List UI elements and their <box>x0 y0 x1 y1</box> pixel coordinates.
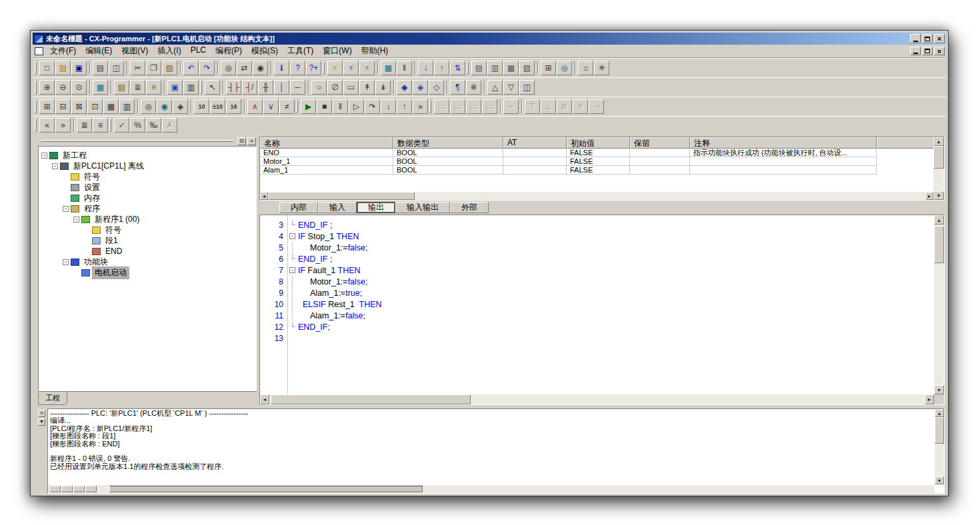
column-header-datatype[interactable]: 数据类型 <box>393 137 503 149</box>
scroll-down-arrow[interactable]: ▼ <box>933 191 944 200</box>
new-file-button[interactable]: □ <box>39 61 55 75</box>
diagram-view-button[interactable]: ▣ <box>167 80 183 95</box>
editor-vscrollbar[interactable]: ▲ ▼ <box>934 215 944 394</box>
toolbar-grip[interactable] <box>200 81 202 94</box>
scroll-left-arrow[interactable]: ◄ <box>260 394 269 404</box>
paste-button[interactable]: ▧ <box>162 61 177 75</box>
mdi-restore-button[interactable] <box>922 47 933 55</box>
st-zoom-in-button[interactable]: % <box>130 118 145 133</box>
toolbar-grip[interactable] <box>35 100 37 113</box>
mdi-close-button[interactable]: × <box>934 47 945 55</box>
run-button[interactable]: ▶ <box>301 99 316 114</box>
menu-item-7[interactable]: 工具(T) <box>283 45 318 57</box>
scroll-thumb[interactable] <box>268 192 415 200</box>
scroll-up-arrow[interactable]: ▲ <box>933 137 944 146</box>
code-line-10[interactable]: 10ELSIF Rest_1 THEN <box>260 298 934 310</box>
column-header-name[interactable]: 名称 <box>260 137 393 149</box>
toolbar-grip[interactable] <box>35 119 37 132</box>
differential-up-button[interactable]: △ <box>487 80 503 95</box>
new-plc-instruction-button[interactable]: ▭ <box>343 80 359 95</box>
cell-retain[interactable] <box>630 149 690 157</box>
output-pin-button[interactable]: ▾ <box>38 418 45 426</box>
tab-input[interactable]: 输入 <box>318 202 357 213</box>
scroll-right-arrow[interactable]: ► <box>925 394 934 404</box>
options-button[interactable]: ✳ <box>594 61 609 75</box>
expand-toggle[interactable]: - <box>41 153 47 159</box>
replace-button[interactable]: ⇄ <box>237 61 252 75</box>
indent-button[interactable]: » <box>55 118 71 133</box>
cell-initial[interactable]: FALSE <box>567 149 630 157</box>
tab-input-output[interactable]: 输入输出 <box>395 202 450 213</box>
code-line-12[interactable]: 12└END_IF; <box>260 321 934 332</box>
fb-io-parameter-button[interactable]: ◈ <box>413 80 428 95</box>
toggle-project-window-button[interactable]: ⊞ <box>39 99 55 114</box>
cell-retain[interactable] <box>630 166 690 175</box>
run-to-cursor-button[interactable]: » <box>413 99 428 114</box>
code-line-13[interactable]: 13 <box>260 332 934 344</box>
tree-item-symbols-global[interactable]: 符号 <box>39 171 256 182</box>
tree-item-section1[interactable]: 段1 <box>39 235 256 246</box>
simulator-online-button[interactable]: ⚡ <box>359 61 375 75</box>
toggle-cross-ref-window-button[interactable]: ⊡ <box>87 99 103 114</box>
tab-internal[interactable]: 内部 <box>279 202 318 213</box>
copy-button[interactable]: ❐ <box>146 61 161 75</box>
rung-comment-button[interactable]: ¶ <box>450 80 465 95</box>
outdent-button[interactable]: « <box>39 118 55 133</box>
new-or-contact-button[interactable]: ╫ <box>258 80 273 95</box>
variable-row-Motor_1[interactable]: Motor_1BOOLFALSE <box>260 157 933 166</box>
code-line-4[interactable]: 4-IF Stop_1 THEN <box>260 231 934 242</box>
redo-button[interactable]: ↷ <box>199 61 215 75</box>
column-header-retain[interactable]: 保留 <box>630 137 690 149</box>
context-help-button[interactable]: ?+ <box>306 61 321 75</box>
mdi-child-icon[interactable] <box>35 47 43 55</box>
column-header-at[interactable]: AT <box>503 137 567 149</box>
transfer-from-plc-button[interactable]: ↑ <box>434 61 449 75</box>
toggle-symbol-window-button[interactable]: ▦ <box>103 99 119 114</box>
step-run-button[interactable]: ▷ <box>349 99 364 114</box>
menu-item-3[interactable]: 插入(I) <box>153 45 185 57</box>
project-pane-header[interactable]: ⊡ × <box>38 137 257 146</box>
step-over-button[interactable]: ↷ <box>365 99 380 114</box>
st-program-check-button[interactable]: ✓ <box>114 118 129 133</box>
new-closed-coil-button[interactable]: ∅ <box>327 80 343 95</box>
menu-item-4[interactable]: PLC <box>186 45 211 57</box>
cell-retain[interactable] <box>630 157 690 166</box>
toolbar-grip[interactable] <box>35 61 37 75</box>
cell-initial[interactable]: FALSE <box>567 166 630 175</box>
cell-name[interactable]: Alam_1 <box>260 166 393 175</box>
toggle-io-comment-window-button[interactable]: ▥ <box>119 99 135 114</box>
find-all-button[interactable]: ◉ <box>253 61 268 75</box>
scroll-right-arrow[interactable]: ► <box>925 192 933 200</box>
save-button[interactable]: ▣ <box>71 61 87 75</box>
output-hscroll-thumb[interactable] <box>109 486 423 492</box>
variable-table-hscrollbar[interactable]: ◄ ► <box>260 192 933 200</box>
minimize-button[interactable] <box>910 34 921 43</box>
split-window-button[interactable]: ◫ <box>519 80 535 95</box>
tree-item-settings[interactable]: 设置 <box>39 182 256 193</box>
column-header-initial[interactable]: 初始值 <box>567 137 630 149</box>
address-reference-button[interactable]: ◈ <box>173 99 188 114</box>
tree-item-programs[interactable]: -程序 <box>39 203 256 214</box>
cell-datatype[interactable]: BOOL <box>393 149 503 157</box>
cell-at[interactable] <box>503 149 567 157</box>
monitor-hex-button[interactable]: 16 <box>226 99 241 114</box>
scroll-down-arrow[interactable]: ▼ <box>935 476 944 484</box>
tree-item-memory[interactable]: 内存 <box>39 193 256 203</box>
step-out-button[interactable]: ↑ <box>397 99 412 114</box>
force-cancel-button[interactable]: ≠ <box>279 99 295 114</box>
output-tab[interactable] <box>49 486 61 492</box>
expand-toggle[interactable]: - <box>73 217 79 223</box>
menu-item-2[interactable]: 视图(V) <box>117 45 153 57</box>
editor-hscrollbar[interactable]: ◄ ► <box>260 394 934 404</box>
scroll-thumb[interactable] <box>935 417 944 444</box>
differential-down-button[interactable]: ▽ <box>503 80 519 95</box>
new-vertical-button[interactable]: │ <box>274 80 289 95</box>
output-tab[interactable] <box>85 486 97 492</box>
mnemonic-view-button[interactable]: ▥ <box>183 80 199 95</box>
selection-mode-button[interactable]: ↖ <box>205 80 220 95</box>
fb-definition-button[interactable]: ◇ <box>429 80 444 95</box>
pane-dock-button[interactable]: ⊡ <box>237 137 246 145</box>
code-line-7[interactable]: 7-IF Fault_1 THEN <box>260 264 934 276</box>
menu-item-6[interactable]: 模拟(S) <box>247 45 283 57</box>
variable-row-Alam_1[interactable]: Alam_1BOOLFALSE <box>260 166 933 175</box>
